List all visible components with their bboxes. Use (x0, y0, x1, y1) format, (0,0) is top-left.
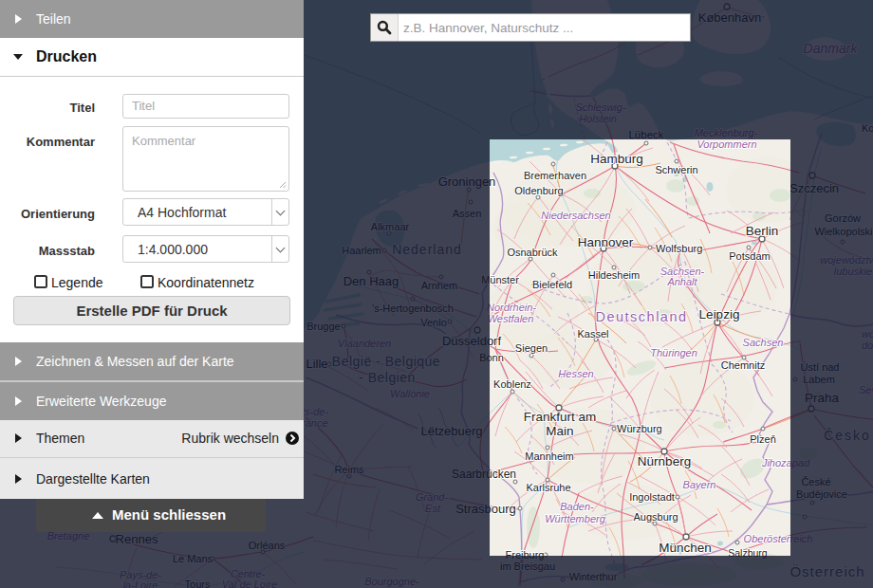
svg-text:Leipzig: Leipzig (699, 307, 740, 322)
svg-text:Wolfsburg: Wolfsburg (656, 243, 702, 254)
svg-text:ts-de-: ts-de- (302, 406, 328, 417)
svg-text:Nederland: Nederland (392, 242, 462, 257)
svg-text:Haarlem: Haarlem (342, 245, 381, 256)
svg-text:Reims: Reims (334, 464, 364, 475)
svg-text:Groningen: Groningen (438, 175, 496, 189)
svg-text:České: České (801, 476, 830, 487)
svg-text:rance: rance (302, 417, 328, 429)
svg-text:Vorpommern: Vorpommern (697, 138, 756, 150)
svg-text:Bonn: Bonn (479, 352, 504, 363)
svg-text:Chemnitz: Chemnitz (721, 359, 765, 371)
svg-text:Koblenz: Koblenz (493, 378, 531, 390)
svg-text:Jihozapad: Jihozapad (761, 457, 810, 469)
svg-text:Brugge: Brugge (306, 321, 340, 332)
svg-text:Münster: Münster (481, 274, 519, 285)
svg-text:Thüringen: Thüringen (650, 347, 697, 358)
svg-text:Rennes: Rennes (116, 532, 158, 546)
svg-text:im Breisgau: im Breisgau (500, 560, 555, 572)
svg-text:Szczecin: Szczecin (789, 181, 839, 195)
svg-text:München: München (659, 541, 712, 555)
svg-text:Grand-: Grand- (416, 491, 449, 503)
svg-text:Schwerin: Schwerin (655, 164, 697, 175)
svg-text:Frankfurt am: Frankfurt am (524, 410, 597, 424)
svg-text:województwo: województwo (820, 254, 873, 266)
svg-text:Osnabrück: Osnabrück (507, 247, 558, 258)
svg-text:Bayern: Bayern (683, 479, 716, 490)
svg-text:Mecklenburg-: Mecklenburg- (695, 127, 758, 138)
svg-text:Württemberg: Württemberg (545, 513, 605, 524)
svg-text:Gorzów: Gorzów (825, 212, 861, 224)
svg-text:- Belgien: - Belgien (359, 370, 416, 385)
svg-text:Val de Loire: Val de Loire (222, 579, 277, 588)
svg-text:Plzeň: Plzeň (750, 433, 776, 445)
svg-text:Freiburg: Freiburg (506, 549, 545, 560)
svg-text:Sachsen: Sachsen (743, 337, 784, 348)
svg-text:Est: Est (425, 503, 441, 514)
svg-text:Labem: Labem (803, 374, 835, 385)
svg-text:Hannover: Hannover (578, 235, 634, 249)
svg-text:Schleswig-: Schleswig- (575, 101, 626, 113)
svg-text:Danmark: Danmark (804, 41, 859, 56)
svg-text:Ingolstadt: Ingolstadt (629, 491, 675, 503)
svg-text:Nürnberg: Nürnberg (638, 454, 691, 469)
svg-text:Assen: Assen (453, 208, 482, 219)
svg-text:Le Mans: Le Mans (173, 553, 214, 564)
svg-text:Bourgogne-: Bourgogne- (364, 576, 419, 587)
svg-text:Baden-: Baden- (560, 501, 594, 512)
svg-text:Severoz.: Severoz. (859, 384, 873, 395)
svg-text:Lëtzebuerg: Lëtzebuerg (420, 424, 482, 438)
svg-text:Koszalin: Koszalin (862, 122, 873, 134)
svg-text:Österreich: Österreich (789, 563, 864, 579)
svg-text:Main: Main (546, 424, 573, 438)
svg-text:lubuskie: lubuskie (834, 266, 872, 277)
svg-text:Tours: Tours (185, 579, 211, 588)
svg-text:Karlsruhe: Karlsruhe (526, 482, 570, 493)
svg-text:Oldenburg: Oldenburg (514, 185, 563, 196)
svg-text:Vlaanderen: Vlaanderen (338, 338, 391, 349)
svg-text:Westfalen: Westfalen (488, 313, 534, 324)
svg-text:Venlo: Venlo (420, 317, 447, 328)
svg-text:Kassel: Kassel (577, 328, 608, 340)
svg-text:Ústí nad: Ústí nad (801, 361, 840, 373)
svg-text:la-Loire: la-Loire (123, 579, 158, 588)
svg-text:Lübeck: Lübeck (628, 129, 663, 140)
svg-text:Mannheim: Mannheim (525, 450, 573, 462)
svg-text:Nordrhein-: Nordrhein- (487, 302, 536, 313)
svg-text:Anhalt: Anhalt (666, 276, 697, 287)
svg-text:Düsseldorf: Düsseldorf (442, 334, 502, 348)
svg-text:Siegen: Siegen (515, 342, 548, 354)
svg-text:Potsdam: Potsdam (729, 250, 770, 262)
svg-text:Saarbrücken: Saarbrücken (452, 468, 516, 481)
svg-text:Lille: Lille (306, 357, 327, 371)
svg-text:Hildesheim: Hildesheim (588, 269, 640, 281)
svg-text:Holstein: Holstein (579, 113, 617, 124)
svg-text:Orléans: Orléans (249, 540, 286, 551)
svg-text:Alkmaar: Alkmaar (371, 221, 410, 232)
svg-text:Bremerhaven: Bremerhaven (524, 170, 586, 181)
svg-text:Augsburg: Augsburg (633, 511, 678, 523)
svg-text:Hamburg: Hamburg (590, 152, 643, 166)
svg-text:København: København (698, 10, 762, 25)
svg-text:Budějovice: Budějovice (796, 488, 847, 500)
svg-text:Strasbourg: Strasbourg (455, 502, 516, 516)
svg-text:Deutschland: Deutschland (595, 309, 687, 324)
svg-text:Wallonie: Wallonie (390, 388, 430, 399)
svg-text:Wielkopolski: Wielkopolski (814, 226, 872, 237)
svg-text:Arnhem: Arnhem (421, 280, 458, 291)
svg-text:België - Belgique: België - Belgique (332, 354, 440, 369)
svg-text:Würzburg: Würzburg (617, 423, 662, 434)
svg-text:Berlin: Berlin (746, 224, 779, 238)
svg-text:Den Haag: Den Haag (344, 274, 399, 288)
svg-text:Winterthur: Winterthur (569, 571, 618, 582)
svg-text:'s-Hertogenbosch: 's-Hertogenbosch (372, 303, 454, 314)
svg-text:Salzburg: Salzburg (728, 547, 768, 559)
svg-text:Niedersachsen: Niedersachsen (541, 210, 610, 221)
svg-text:Bielefeld: Bielefeld (532, 279, 572, 290)
svg-text:dolnośl.: dolnośl. (862, 340, 873, 351)
svg-text:Praha: Praha (805, 391, 840, 405)
svg-text:Hessen: Hessen (558, 368, 593, 379)
svg-text:Oberösterreich: Oberösterreich (744, 533, 813, 544)
svg-text:Česko: Česko (824, 428, 871, 443)
svg-text:wojewódz: wojewódz (862, 328, 873, 340)
